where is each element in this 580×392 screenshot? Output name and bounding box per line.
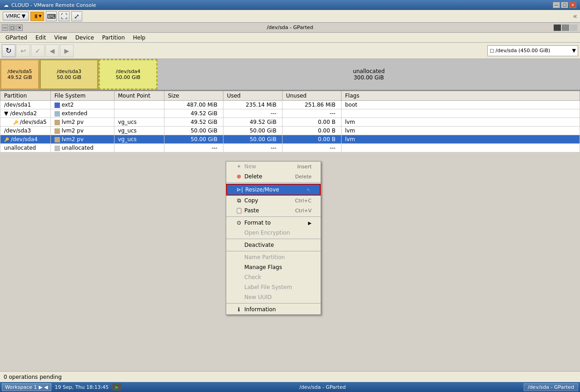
col-header-mount: Mount Point [114,91,164,101]
send-ctrl-alt-del-button[interactable]: ⌨ [46,11,57,21]
gparted-minimize-btn[interactable]: — [2,24,8,31]
refresh-button[interactable]: ↻ [2,44,15,57]
context-menu: ✦ New Insert ⊗ Delete Delete ⊳| Resize/M… [226,161,321,315]
visual-sda5[interactable]: /dev/sda5 49.52 GiB [0,59,40,90]
fit-icon: ⤢ [74,13,79,20]
menu-partition[interactable]: Partition [99,34,129,42]
gparted-maximize-btn[interactable]: □ [9,24,15,31]
taskbar-gparted-app[interactable]: /dev/sda - GParted [524,383,578,391]
ctx-info-label: Information [244,306,276,313]
cell-mount [114,144,164,152]
expand-arrow[interactable]: ▼ [4,110,8,117]
enter-fullscreen-button[interactable]: ⛶ [59,11,69,21]
fullscreen-icon: ⛶ [61,13,67,20]
apply-button[interactable]: ✓ [31,44,45,57]
cell-used: --- [223,144,282,152]
keyboard-icon: ⌨ [47,13,56,20]
ctx-new[interactable]: ✦ New Insert [226,162,321,172]
taskbar-datetime: 19 Sep, Thu 18:13:45 [55,384,109,390]
table-row[interactable]: /dev/sda3 lvm2 pv vg_ucs 50.00 GiB 50.00… [0,127,580,135]
close-button[interactable]: ✕ [569,2,576,8]
ctx-label-fs[interactable]: Label File System [226,282,321,292]
menu-device[interactable]: Device [72,34,98,42]
ctx-deactivate[interactable]: Deactivate [226,240,321,250]
fs-color-unalloc [55,146,60,151]
prev-button[interactable]: ◀ [45,44,59,57]
prev-icon: ◀ [50,47,55,54]
ctx-name-partition[interactable]: Name Partition [226,252,321,262]
ctx-format[interactable]: ⊙ Format to ▶ [226,218,321,228]
ctx-copy[interactable]: ⧉ Copy Ctrl+C [226,196,321,206]
ctx-check[interactable]: Check [226,272,321,282]
fit-guest-button[interactable]: ⤢ [71,11,82,21]
vmrc-label: VMRC [6,13,20,19]
ctx-manage-flags[interactable]: Manage Flags [226,262,321,272]
cell-partition: ▼ /dev/sda2 [0,109,51,118]
minimize-button[interactable]: — [553,2,560,8]
cell-mount: vg_ucs [114,118,164,127]
terminal-icon[interactable]: ▶ [112,383,121,391]
cell-partition: /dev/sda3 [0,127,51,135]
visual-unalloc-label: unallocated [353,68,385,74]
menu-help[interactable]: Help [129,34,149,42]
table-row-selected[interactable]: 🔑 /dev/sda4 lvm2 pv vg_ucs 50.00 GiB 50.… [0,135,580,144]
table-row[interactable]: unallocated unallocated --- --- --- [0,144,580,152]
pause-icon: ⏸ [33,13,39,20]
ctx-paste[interactable]: 📋 Paste Ctrl+V [226,206,321,216]
next-button[interactable]: ▶ [60,44,74,57]
cell-unused: --- [282,144,341,152]
info-icon: ℹ [235,306,243,313]
pause-button[interactable]: ⏸ ▼ [30,12,44,21]
cell-size: 50.00 GiB [164,127,223,135]
cell-flags [341,109,580,118]
pause-dropdown-arrow: ▼ [39,14,41,18]
app-icon: ☁ [4,2,9,8]
visual-sda5-label: /dev/sda5 [7,69,32,74]
visual-sda4[interactable]: /dev/sda4 50.00 GiB [99,59,158,90]
gparted-close-btn[interactable]: ✕ [16,24,23,31]
ctx-new-uuid[interactable]: New UUID [226,292,321,302]
cell-filesystem: extended [50,109,114,118]
vmrc-dropdown[interactable]: VMRC ▼ [3,12,29,20]
ctx-information[interactable]: ℹ Information [226,304,321,314]
ctx-name-label: Name Partition [244,254,285,260]
cell-unused: 0.00 B [282,118,341,127]
undo-button[interactable]: ↩ [16,44,30,57]
device-selector[interactable]: □ /dev/sda (450.00 GiB) ▼ [487,45,578,56]
gparted-toolbar: ↻ ↩ ✓ ◀ ▶ □ /dev/sda (450.00 GiB) ▼ [0,43,580,59]
maximize-button[interactable]: □ [561,2,568,8]
table-row[interactable]: /dev/sda1 ext2 487.00 MiB 235.14 MiB 251… [0,101,580,109]
cell-size: --- [164,144,223,152]
vmware-toolbar: VMRC ▼ ⏸ ▼ ⌨ ⛶ ⤢ « [0,10,580,23]
ctx-delete[interactable]: ⊗ Delete Delete [226,172,321,181]
visual-sda3[interactable]: /dev/sda3 50.00 GiB [40,59,99,90]
cell-unused: --- [282,109,341,118]
col-header-partition: Partition [0,91,51,101]
table-row[interactable]: 🔑 /dev/sda5 lvm2 pv vg_ucs 49.52 GiB 49.… [0,118,580,127]
table-row[interactable]: ▼ /dev/sda2 extended 49.52 GiB --- --- [0,109,580,118]
color-box-light [570,24,577,31]
workspace-button[interactable]: Workspace 1 ▶ ◀ [2,383,51,391]
ctx-divider-2 [226,216,321,217]
col-header-unused: Unused [282,91,341,101]
apply-icon: ✓ [35,47,40,54]
ctx-format-label: Format to [244,220,271,226]
ctx-resize[interactable]: ⊳| Resize/Move ↖ [226,184,321,196]
cell-filesystem: ext2 [50,101,114,109]
delete-icon: ⊗ [235,173,243,180]
cell-size: 49.52 GiB [164,118,223,127]
ctx-encryption[interactable]: Open Encryption [226,228,321,238]
cell-size: 50.00 GiB [164,135,223,144]
cell-unused: 0.00 B [282,135,341,144]
cell-used: 235.14 MiB [223,101,282,109]
visual-sda5-size: 49.52 GiB [7,74,32,80]
ctx-flags-label: Manage Flags [244,264,282,270]
menu-edit[interactable]: Edit [32,34,50,42]
menu-gparted[interactable]: GParted [2,34,31,42]
collapse-button[interactable]: « [573,12,577,20]
taskbar-center-title: /dev/sda - GParted [299,384,346,390]
menu-view[interactable]: View [50,34,70,42]
ctx-delete-shortcut: Delete [295,174,312,180]
vmrc-dropdown-arrow: ▼ [22,13,25,19]
status-bar: 0 operations pending [0,371,580,382]
